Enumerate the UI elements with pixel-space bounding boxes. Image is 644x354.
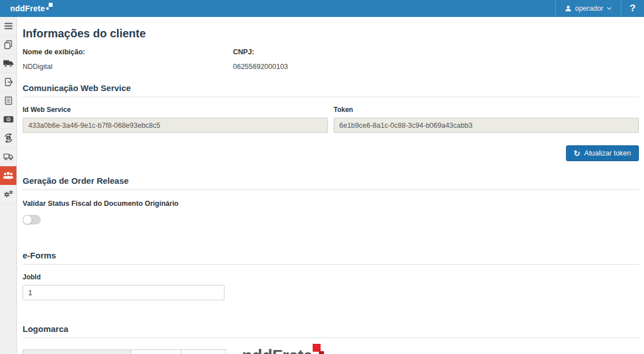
money-sync-icon: $ [3, 133, 14, 143]
sidebar-item-document[interactable] [0, 92, 16, 110]
cnpj-value: 06255692000103 [233, 63, 288, 71]
sidebar-item-menu[interactable] [0, 17, 16, 36]
section-order-release: Geração de Order Release [23, 176, 639, 190]
webservice-id-input[interactable] [23, 118, 328, 133]
validate-fiscal-status-toggle[interactable] [23, 215, 41, 225]
section-webservice: Comunicação Web Service [23, 83, 639, 97]
change-logo-button[interactable]: Alterar [181, 349, 226, 354]
display-name-label: Nome de exibição: [23, 48, 233, 56]
logo-filename-field[interactable] [23, 349, 131, 354]
brand-logo[interactable]: nddFrete [0, 1, 53, 16]
display-name-value: NDDigital [23, 63, 233, 71]
document-icon [5, 96, 12, 105]
jobid-input[interactable] [23, 285, 224, 300]
token-label: Token [334, 106, 639, 114]
webservice-id-label: Id Web Service [23, 106, 328, 114]
section-eforms: e-Forms [23, 251, 639, 265]
brand-text: nddFrete [10, 1, 45, 16]
svg-text:$: $ [7, 136, 10, 141]
sidebar-item-money-sync[interactable]: $ [0, 129, 16, 148]
client-info-row: Nome de exibição: NDDigital CNPJ: 062556… [23, 48, 639, 71]
documents-copy-icon [4, 40, 13, 49]
user-icon [565, 5, 572, 12]
page-title: Informações do cliente [23, 27, 639, 40]
export-document-icon [4, 77, 13, 87]
truck-icon [3, 59, 14, 67]
menu-icon [4, 22, 13, 30]
delivery-truck-icon [3, 153, 14, 161]
chevron-down-icon [607, 7, 612, 10]
sidebar-item-banknote[interactable] [0, 110, 16, 129]
jobid-label: JobId [23, 273, 639, 281]
sidebar-item-delivery-truck[interactable] [0, 148, 16, 166]
client-logo-text: nddFrete [242, 345, 312, 354]
settings-gears-icon [3, 189, 14, 198]
refresh-token-button[interactable]: ↻ Atualizar token [566, 145, 639, 161]
sidebar-item-documents-copy[interactable] [0, 36, 16, 54]
sidebar: $ [0, 17, 17, 354]
refresh-icon: ↻ [574, 149, 581, 157]
cnpj-label: CNPJ: [233, 48, 288, 56]
main-content: Informações do cliente Nome de exibição:… [17, 17, 644, 354]
validate-fiscal-status-label: Validar Status Fiscal do Documento Origi… [23, 200, 639, 208]
banknote-icon [3, 116, 14, 123]
client-logo-image: nddFrete [242, 345, 325, 354]
client-logo-mark-icon [313, 344, 325, 354]
token-input[interactable] [334, 118, 639, 133]
top-bar: nddFrete operador ? [0, 0, 644, 17]
toggle-knob [23, 215, 32, 225]
section-logomarca: Logomarca [23, 324, 639, 338]
sidebar-item-settings[interactable] [0, 185, 16, 204]
user-label: operador [575, 5, 603, 12]
sidebar-item-users[interactable] [0, 166, 16, 185]
help-button[interactable]: ? [621, 0, 644, 17]
users-icon [3, 171, 14, 179]
remove-logo-button[interactable]: Remover [131, 349, 181, 354]
refresh-token-label: Atualizar token [584, 149, 631, 157]
brand-mark-icon [46, 3, 53, 10]
user-menu[interactable]: operador [555, 0, 621, 17]
sidebar-item-truck[interactable] [0, 54, 16, 73]
sidebar-item-export-document[interactable] [0, 73, 16, 92]
